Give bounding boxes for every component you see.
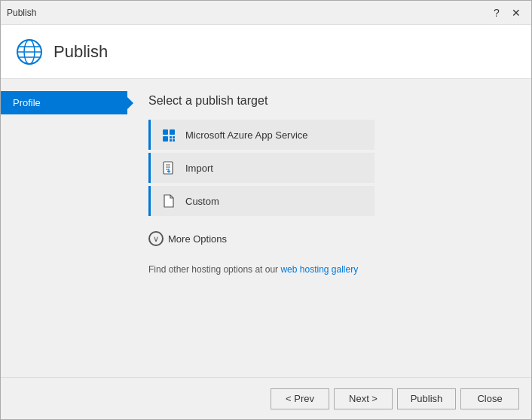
next-button[interactable]: Next > xyxy=(334,388,393,409)
svg-rect-7 xyxy=(163,136,168,142)
main-content: Select a publish target xyxy=(127,79,531,377)
globe-icon xyxy=(16,38,43,65)
content-area: Profile Select a publish target xyxy=(1,79,531,377)
close-title-button[interactable]: ✕ xyxy=(507,5,525,21)
import-option-label: Import xyxy=(185,163,213,174)
svg-rect-8 xyxy=(170,136,172,138)
hosting-text-prefix: Find other hosting options at our xyxy=(148,264,278,275)
title-bar-controls: ? ✕ xyxy=(488,5,525,21)
web-hosting-gallery-link[interactable]: web hosting gallery xyxy=(280,264,358,275)
svg-rect-5 xyxy=(163,129,168,135)
sidebar-item-label: Profile xyxy=(13,97,41,108)
azure-icon xyxy=(161,127,176,142)
svg-rect-6 xyxy=(170,129,175,135)
import-icon xyxy=(161,160,176,175)
title-bar: Publish ? ✕ xyxy=(1,1,531,25)
close-button[interactable]: Close xyxy=(460,388,519,409)
more-options-label: More Options xyxy=(168,233,227,245)
chevron-down-icon: ∨ xyxy=(148,231,164,246)
header-title: Publish xyxy=(54,42,108,62)
custom-icon xyxy=(161,193,176,208)
sidebar: Profile xyxy=(1,79,127,377)
svg-rect-10 xyxy=(170,139,172,142)
target-options: Microsoft Azure App Service xyxy=(148,120,510,216)
hosting-info: Find other hosting options at our web ho… xyxy=(148,264,510,275)
publish-dialog: Publish ? ✕ Publish Profile Select a pub… xyxy=(0,0,532,420)
section-title: Select a publish target xyxy=(148,94,510,108)
target-option-custom[interactable]: Custom xyxy=(148,186,375,216)
svg-rect-9 xyxy=(173,136,175,138)
target-option-import[interactable]: Import xyxy=(148,153,375,183)
svg-rect-11 xyxy=(173,139,175,142)
footer: < Prev Next > Publish Close xyxy=(1,377,531,419)
sidebar-item-profile[interactable]: Profile xyxy=(1,91,127,114)
target-option-azure[interactable]: Microsoft Azure App Service xyxy=(148,120,375,150)
custom-option-label: Custom xyxy=(185,196,219,207)
publish-button[interactable]: Publish xyxy=(397,388,456,409)
prev-button[interactable]: < Prev xyxy=(271,388,329,409)
header-section: Publish xyxy=(1,25,531,79)
more-options[interactable]: ∨ More Options xyxy=(148,231,510,246)
dialog-title: Publish xyxy=(7,8,488,18)
azure-option-label: Microsoft Azure App Service xyxy=(185,129,308,141)
help-button[interactable]: ? xyxy=(488,5,506,21)
